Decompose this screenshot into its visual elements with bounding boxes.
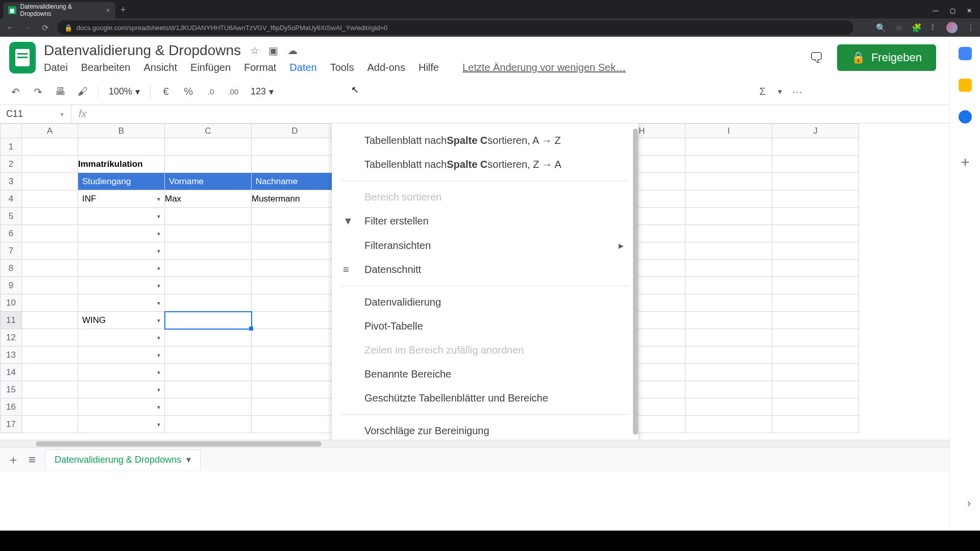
cell[interactable]	[22, 398, 78, 416]
dropdown-arrow-icon[interactable]: ▼	[156, 335, 161, 340]
redo-icon[interactable]: ↷	[29, 83, 47, 101]
select-all-cell[interactable]	[1, 124, 22, 138]
cell[interactable]	[772, 329, 859, 346]
sheet-tab[interactable]: Datenvalidierung & Dropdowns ▾	[45, 449, 201, 469]
currency-button[interactable]: €	[157, 83, 175, 101]
cell[interactable]	[685, 260, 772, 277]
chrome-kebab-icon[interactable]: ⋮	[967, 23, 975, 33]
cell[interactable]	[22, 156, 78, 173]
menu-item-protected-ranges[interactable]: Geschützte Tabellenblätter und Bereiche	[332, 386, 638, 410]
menu-file[interactable]: Datei	[44, 62, 68, 73]
sheets-logo[interactable]	[9, 42, 36, 73]
row-header[interactable]: 8	[1, 260, 22, 277]
menu-help[interactable]: Hilfe	[419, 62, 439, 73]
cell[interactable]	[685, 225, 772, 242]
dropdown-arrow-icon[interactable]: ▼	[156, 404, 161, 410]
cell[interactable]	[165, 156, 252, 173]
row-header[interactable]: 17	[1, 416, 22, 433]
cell[interactable]: ▼	[78, 381, 165, 398]
row-header[interactable]: 11	[1, 312, 22, 329]
cell[interactable]	[685, 156, 772, 173]
cell[interactable]	[772, 138, 859, 156]
paint-format-icon[interactable]: 🖌	[74, 83, 92, 101]
menu-item-sort-az[interactable]: Tabellenblatt nach Spalte C sortieren, A…	[332, 129, 638, 153]
cell[interactable]	[22, 312, 78, 329]
increase-decimal-button[interactable]: .00	[224, 83, 242, 101]
menu-view[interactable]: Ansicht	[143, 62, 177, 73]
dropdown-arrow-icon[interactable]: ▼	[156, 265, 161, 271]
cell[interactable]	[252, 329, 338, 346]
cell[interactable]	[22, 364, 78, 381]
cell[interactable]: ▼	[78, 416, 165, 433]
cell[interactable]: Immatrikulation	[78, 156, 165, 173]
cell[interactable]: Nachname	[252, 173, 338, 190]
undo-icon[interactable]: ↶	[6, 83, 24, 101]
close-window-icon[interactable]: ✕	[967, 7, 972, 14]
cell[interactable]	[22, 381, 78, 398]
row-header[interactable]: 4	[1, 190, 22, 208]
move-icon[interactable]: ▣	[268, 44, 278, 57]
cell[interactable]	[772, 260, 859, 277]
name-box[interactable]: C11 ▼	[0, 105, 71, 123]
col-header[interactable]: J	[772, 124, 859, 138]
col-header[interactable]: A	[22, 124, 78, 138]
browser-tab[interactable]: ▦ Datenvalidierung & Dropdowns ×	[3, 2, 115, 18]
cell[interactable]	[252, 416, 338, 433]
row-header[interactable]: 14	[1, 364, 22, 381]
cell[interactable]	[22, 294, 78, 312]
dropdown-arrow-icon[interactable]: ▼	[156, 421, 161, 427]
cell[interactable]	[22, 173, 78, 190]
cell[interactable]: WING▼	[78, 312, 165, 329]
document-title[interactable]: Datenvalidierung & Dropdowns	[44, 42, 241, 59]
cell[interactable]	[685, 242, 772, 260]
menu-addons[interactable]: Add-ons	[367, 62, 405, 73]
menu-item-sort-za[interactable]: Tabellenblatt nach Spalte C sortieren, Z…	[332, 153, 638, 177]
cell[interactable]	[252, 398, 338, 416]
cell[interactable]	[772, 190, 859, 208]
row-header[interactable]: 3	[1, 173, 22, 190]
cell[interactable]	[165, 398, 252, 416]
cell[interactable]	[252, 346, 338, 364]
keep-icon[interactable]	[959, 79, 972, 92]
menu-item-slicer[interactable]: ≡ Datenschnitt	[332, 258, 638, 282]
cell[interactable]	[252, 242, 338, 260]
cell[interactable]	[22, 416, 78, 433]
cell[interactable]: Max	[165, 190, 252, 208]
horizontal-scrollbar[interactable]: ◀ ▶	[0, 440, 980, 447]
cell[interactable]	[772, 346, 859, 364]
cell[interactable]	[685, 398, 772, 416]
zoom-icon[interactable]: 🔍	[876, 23, 886, 33]
functions-icon[interactable]: Σ	[753, 83, 772, 101]
menu-item-filter-views[interactable]: Filteransichten ▸	[332, 233, 638, 258]
dropdown-arrow-icon[interactable]: ▼	[156, 248, 161, 254]
close-tab-icon[interactable]: ×	[106, 6, 110, 14]
dropdown-arrow-icon[interactable]: ▼	[156, 283, 161, 288]
menu-item-create-filter[interactable]: ▼ Filter erstellen	[332, 209, 638, 233]
cell[interactable]	[165, 277, 252, 294]
cell[interactable]: Studiengang	[78, 173, 165, 190]
cell[interactable]	[78, 138, 165, 156]
col-header[interactable]: B	[78, 124, 165, 138]
cell[interactable]	[22, 346, 78, 364]
cell[interactable]	[685, 190, 772, 208]
cell[interactable]	[165, 381, 252, 398]
last-edit-link[interactable]: Letzte Änderung vor wenigen Sek…	[462, 62, 626, 73]
cell[interactable]: ▼	[78, 277, 165, 294]
new-tab-button[interactable]: +	[115, 2, 131, 18]
dropdown-arrow-icon[interactable]: ▼	[156, 387, 161, 392]
row-header[interactable]: 16	[1, 398, 22, 416]
minimize-icon[interactable]: —	[933, 7, 939, 14]
cell[interactable]	[685, 346, 772, 364]
cell[interactable]: Vorname	[165, 173, 252, 190]
menu-format[interactable]: Format	[244, 62, 276, 73]
menu-edit[interactable]: Bearbeiten	[81, 62, 131, 73]
cell[interactable]	[165, 346, 252, 364]
cell[interactable]	[252, 381, 338, 398]
cell[interactable]	[22, 138, 78, 156]
extensions-icon[interactable]: 🧩	[912, 23, 922, 33]
col-header[interactable]: D	[252, 124, 338, 138]
dropdown-arrow-icon[interactable]: ▼	[156, 317, 161, 323]
cell[interactable]: ▼	[78, 364, 165, 381]
menu-item-data-validation[interactable]: Datenvalidierung	[332, 290, 638, 314]
calendar-icon[interactable]	[959, 47, 972, 60]
